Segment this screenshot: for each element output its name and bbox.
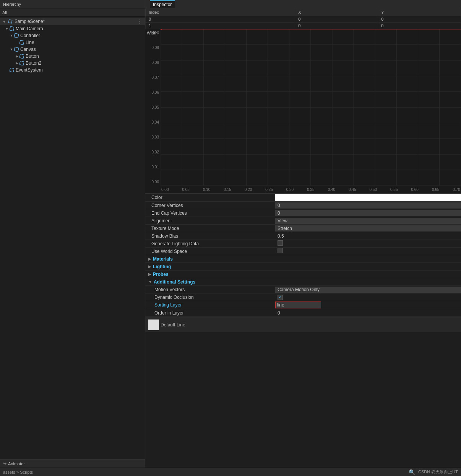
additional-settings-section[interactable]: ▼ Additional Settings (145, 278, 461, 286)
dynamic-occlusion-row: Dynamic Occlusion ✓ (145, 293, 461, 301)
tree-item-canvas[interactable]: ▼ Canvas (0, 46, 145, 53)
dynamic-occlusion-value: ✓ (275, 294, 461, 300)
generate-lighting-checkbox[interactable] (275, 240, 461, 247)
inspector-tab[interactable]: Inspector (150, 0, 175, 8)
controller-label: Controller (20, 33, 40, 38)
y-label-003: 0.03 (145, 135, 161, 139)
color-row: Color (145, 194, 461, 202)
y-label-007: 0.07 (145, 75, 161, 80)
scene-arrow: ▼ (2, 20, 6, 24)
button-arrow: ▶ (15, 54, 19, 59)
bottom-left: assets > Scripts (3, 470, 33, 474)
motion-vectors-value[interactable]: Camera Motion Only (275, 287, 461, 293)
x-label-070: 0.70 (453, 187, 460, 192)
inspector-header: Inspector (145, 0, 461, 8)
table-cell-1-y: 0 (378, 23, 461, 29)
line-label: Line (26, 40, 34, 45)
color-value[interactable] (275, 194, 461, 201)
scene-dots[interactable]: ⋮ (137, 18, 143, 24)
table-row: 0 0 0 (146, 16, 461, 23)
y-label-002: 0.02 (145, 150, 161, 154)
main-camera-arrow: ▼ (5, 26, 9, 31)
shadow-bias-row: Shadow Bias 0.5 (145, 232, 461, 240)
line-arrow (15, 40, 19, 45)
dynamic-occlusion-label: Dynamic Occlusion (145, 295, 275, 300)
lighting-section[interactable]: ▶ Lighting (145, 263, 461, 271)
texture-mode-row: Texture Mode Stretch (145, 225, 461, 232)
x-label-065: 0.65 (432, 187, 439, 192)
materials-label: Materials (153, 256, 173, 262)
chart-svg (161, 29, 461, 186)
controller-icon (14, 33, 19, 38)
corner-vertices-label: Corner Vertices (145, 203, 275, 208)
inspector-content: Index X Y 0 0 0 1 0 0 (145, 8, 461, 468)
corner-vertices-value[interactable]: 0 (275, 202, 461, 209)
texture-mode-value[interactable]: Stretch (275, 225, 461, 231)
y-label-001: 0.01 (145, 165, 161, 169)
hierarchy-toolbar-all: All (2, 10, 7, 15)
table-row: 1 0 0 (146, 23, 461, 29)
dynamic-occlusion-checkbox[interactable]: ✓ (278, 295, 283, 300)
x-label-020: 0.20 (245, 187, 252, 192)
generate-lighting-checkbox-box[interactable] (278, 240, 283, 246)
shadow-bias-value: 0.5 (275, 233, 461, 239)
table-cell-1-index: 1 (146, 23, 295, 29)
tree-item-main-camera[interactable]: ▼ Main Camera (0, 25, 145, 32)
index-table: Index X Y 0 0 0 1 0 0 (145, 8, 461, 29)
y-axis: 0.10 0.09 0.08 0.07 0.06 0.05 0.04 0.03 … (145, 29, 161, 186)
svg-rect-1 (10, 26, 14, 31)
csdn-label: CSDN @天添向上UT (418, 469, 458, 475)
table-header-y: Y (378, 9, 461, 16)
x-label-025: 0.25 (265, 187, 273, 192)
y-label-004: 0.04 (145, 120, 161, 124)
table-cell-0-y: 0 (378, 16, 461, 23)
tree-item-line[interactable]: Line (0, 39, 145, 46)
x-label-050: 0.50 (370, 187, 377, 192)
search-icon[interactable]: 🔍 (409, 469, 415, 475)
x-axis: 0.00 0.05 0.10 0.15 0.20 0.25 0.30 0.35 … (161, 186, 461, 193)
sorting-layer-value[interactable]: line (275, 302, 321, 308)
lighting-label: Lighting (153, 264, 171, 269)
table-header-x: X (295, 9, 378, 16)
x-label-005: 0.05 (182, 187, 189, 192)
alignment-value[interactable]: View (275, 218, 461, 224)
animator-bar[interactable]: ↪ Animator (0, 459, 145, 468)
hierarchy-panel-header: Hierarchy (0, 0, 145, 8)
eventsystem-icon (9, 67, 15, 73)
order-in-layer-row: Order in Layer 0 (145, 309, 461, 317)
tree-item-eventsystem[interactable]: EventSystem (0, 67, 145, 73)
svg-rect-4 (14, 47, 19, 52)
svg-rect-2 (14, 33, 19, 38)
order-in-layer-value: 0 (275, 310, 461, 316)
materials-section[interactable]: ▶ Materials (145, 255, 461, 263)
sorting-layer-label: Sorting Layer (145, 302, 275, 308)
tree-item-button2[interactable]: ▶ Button2 (0, 60, 145, 67)
materials-arrow: ▶ (148, 257, 151, 261)
tree-item-controller[interactable]: ▼ Controller (0, 32, 145, 39)
y-label-005: 0.05 (145, 105, 161, 109)
y-label-010: 0.10 (145, 31, 161, 35)
use-world-space-checkbox-box[interactable] (278, 248, 283, 253)
use-world-space-label: Use World Space (145, 249, 275, 254)
alignment-label: Alignment (145, 218, 275, 223)
x-label-015: 0.15 (224, 187, 231, 192)
y-label-006: 0.06 (145, 90, 161, 95)
button2-arrow: ▶ (15, 61, 19, 65)
table-cell-0-x: 0 (295, 16, 378, 23)
use-world-space-checkbox[interactable] (275, 248, 461, 254)
additional-settings-label: Additional Settings (154, 279, 195, 285)
scene-item[interactable]: ▼ SampleScene* ⋮ (0, 18, 145, 25)
canvas-label: Canvas (20, 47, 36, 52)
x-label-060: 0.60 (411, 187, 418, 192)
end-cap-vertices-value[interactable]: 0 (275, 210, 461, 216)
hierarchy-toolbar: All (0, 8, 145, 17)
x-label-010: 0.10 (203, 187, 210, 192)
main-camera-icon (9, 26, 15, 31)
tree-item-button[interactable]: ▶ Button (0, 53, 145, 60)
x-label-000: 0.00 (161, 187, 169, 192)
probes-section[interactable]: ▶ Probes (145, 271, 461, 278)
asset-item: Default-Line (148, 320, 185, 330)
button-icon (19, 54, 24, 59)
probes-arrow: ▶ (148, 272, 151, 276)
generate-lighting-row: Generate Lighting Data (145, 240, 461, 248)
